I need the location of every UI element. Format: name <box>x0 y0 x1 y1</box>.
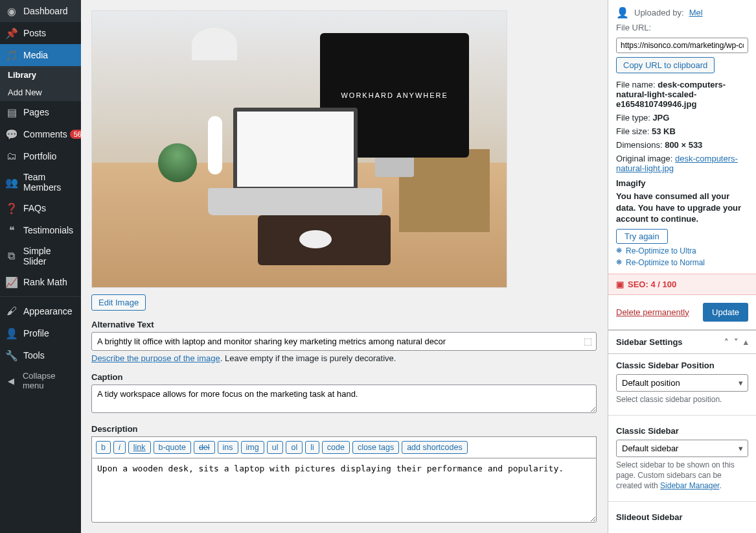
brush-icon: 🖌 <box>5 305 18 318</box>
qt-img[interactable]: img <box>241 441 264 454</box>
alt-text-field: Alternative Text ⬚ Describe the purpose … <box>91 320 597 363</box>
nav-testimonials[interactable]: ❝Testimonials <box>0 219 81 241</box>
qt-link[interactable]: link <box>128 441 151 454</box>
file-url-label: File URL: <box>616 23 748 32</box>
nav-collapse[interactable]: ◀Collapse menu <box>0 366 81 395</box>
nav-team[interactable]: 👥Team Members <box>0 167 81 197</box>
divider <box>608 415 756 416</box>
qt-i[interactable]: i <box>113 441 126 454</box>
nav-label: FAQs <box>23 203 46 213</box>
description-field: Description b i link b-quote del ins img… <box>91 424 597 525</box>
nav-label: Team Members <box>23 172 76 193</box>
chevron-down-icon[interactable]: ˅ <box>734 337 739 347</box>
original-label: Original image: <box>616 154 672 163</box>
caption-input[interactable]: A tidy workspace allows for more focus o… <box>91 385 597 413</box>
gear-icon: ❋ <box>616 246 622 255</box>
qt-ins[interactable]: ins <box>218 441 238 454</box>
delete-permanently-link[interactable]: Delete permanently <box>616 307 689 317</box>
file-url-input[interactable] <box>616 38 748 53</box>
caret-up-icon[interactable]: ▴ <box>744 337 748 347</box>
reopt-normal-label: Re-Optimize to Normal <box>626 258 705 267</box>
qt-li[interactable]: li <box>305 441 319 454</box>
reopt-ultra-label: Re-Optimize to Ultra <box>626 246 696 255</box>
nav-comments[interactable]: 💬Comments56 <box>0 123 81 145</box>
details-block: 👤 Uploaded by: Mel File URL: Copy URL to… <box>608 0 756 274</box>
nav-dashboard[interactable]: ◉Dashboard <box>0 0 81 22</box>
dimensions-row: Dimensions: 800 × 533 <box>616 140 748 150</box>
nav-appearance[interactable]: 🖌Appearance <box>0 300 81 322</box>
nav-tools[interactable]: 🔧Tools <box>0 344 81 366</box>
sidebar-settings-body: Classic Sidebar Position Default positio… <box>608 354 756 533</box>
qt-del[interactable]: del <box>194 441 215 454</box>
classic-pos-select[interactable]: Default position <box>616 374 748 392</box>
description-input[interactable]: Upon a wooden desk, sits a laptop with p… <box>91 458 597 523</box>
nav-rankmath[interactable]: 📈Rank Math <box>0 271 81 293</box>
copy-url-button[interactable]: Copy URL to clipboard <box>616 57 715 73</box>
nav-slider[interactable]: ⧉Simple Slider <box>0 241 81 271</box>
alt-help-link[interactable]: Describe the purpose of the image <box>91 353 220 363</box>
quicktags-toolbar: b i link b-quote del ins img ul ol li co… <box>91 436 597 458</box>
nav-media[interactable]: 🎵Media <box>0 44 81 66</box>
lamp-shape <box>192 28 237 60</box>
nav-label: Comments <box>23 129 67 139</box>
alt-help: Describe the purpose of the image. Leave… <box>91 353 597 363</box>
bottle-shape <box>208 116 222 174</box>
qt-closetags[interactable]: close tags <box>352 441 399 454</box>
alt-ab-icon[interactable]: ⬚ <box>584 336 592 346</box>
caption-label: Caption <box>91 372 597 382</box>
user-icon: 👤 <box>616 6 629 19</box>
alt-text-input[interactable] <box>91 332 597 351</box>
media-icon: 🎵 <box>5 49 18 62</box>
qt-ul[interactable]: ul <box>267 441 284 454</box>
collapse-icon: ◀ <box>5 374 17 387</box>
original-row: Original image: desk-computers-natural-l… <box>616 154 748 173</box>
imagify-title: Imagify <box>616 178 748 188</box>
nav-profile[interactable]: 👤Profile <box>0 322 81 344</box>
classic-sidebar-select[interactable]: Default sidebar <box>616 440 748 457</box>
actions-row: Delete permanently Update <box>608 295 756 330</box>
qt-code[interactable]: code <box>322 441 350 454</box>
file-name-label: File name: <box>616 80 656 89</box>
uploaded-by-user-link[interactable]: Mel <box>689 8 703 18</box>
qt-shortcodes[interactable]: add shortcodes <box>402 441 467 454</box>
nav-pages[interactable]: ▤Pages <box>0 101 81 123</box>
reoptimize-normal[interactable]: ❋Re-Optimize to Normal <box>616 258 748 267</box>
content-column: WORKHARD ANYWHERE Edit Image Alternative… <box>81 0 608 533</box>
help-icon: ❓ <box>5 202 18 215</box>
qt-ol[interactable]: ol <box>286 441 303 454</box>
file-type-label: File type: <box>616 113 650 123</box>
imagify-message: You have consumed all your data. You hav… <box>616 191 748 225</box>
file-type-value: JPG <box>652 113 669 123</box>
qt-bquote[interactable]: b-quote <box>154 441 191 454</box>
panel-controls: ˄ ˅ ▴ <box>724 337 748 347</box>
nav-faqs[interactable]: ❓FAQs <box>0 197 81 219</box>
classic-sidebar-help: Select sidebar to be shown on this page.… <box>616 460 748 492</box>
nav-media-addnew[interactable]: Add New <box>0 84 81 101</box>
nav-portfolio[interactable]: 🗂Portfolio <box>0 145 81 167</box>
caption-field: Caption A tidy workspace allows for more… <box>91 372 597 415</box>
reoptimize-ultra[interactable]: ❋Re-Optimize to Ultra <box>616 246 748 255</box>
laptop-base-shape <box>208 188 382 216</box>
chevron-up-icon[interactable]: ˄ <box>724 337 729 347</box>
laptop-screen-shape <box>233 108 358 191</box>
alt-help-rest: . Leave empty if the image is purely dec… <box>220 353 396 363</box>
nav-label: Media <box>23 50 48 60</box>
update-button[interactable]: Update <box>703 303 748 322</box>
user-icon: 👤 <box>5 327 18 340</box>
file-name-row: File name: desk-computers-natural-light-… <box>616 80 748 109</box>
image-preview: WORKHARD ANYWHERE <box>91 10 507 288</box>
file-size-value: 53 KB <box>652 126 676 136</box>
pin-icon: 📌 <box>5 27 18 40</box>
nav-label: Testimonials <box>23 225 73 235</box>
try-again-button[interactable]: Try again <box>616 229 668 244</box>
nav-posts[interactable]: 📌Posts <box>0 22 81 44</box>
nav-media-library[interactable]: Library <box>0 66 81 84</box>
uploaded-by-label: Uploaded by: <box>634 8 684 18</box>
edit-image-button[interactable]: Edit Image <box>91 294 146 311</box>
sidebar-manager-link[interactable]: Sidebar Manager <box>660 481 719 490</box>
qt-b[interactable]: b <box>96 441 111 454</box>
alt-text-label: Alternative Text <box>91 320 597 329</box>
sidebar-settings-header[interactable]: Sidebar Settings ˄ ˅ ▴ <box>608 330 756 354</box>
slideout-sidebar-label: Slideout Sidebar <box>616 512 748 522</box>
comments-badge: 56 <box>70 130 81 139</box>
